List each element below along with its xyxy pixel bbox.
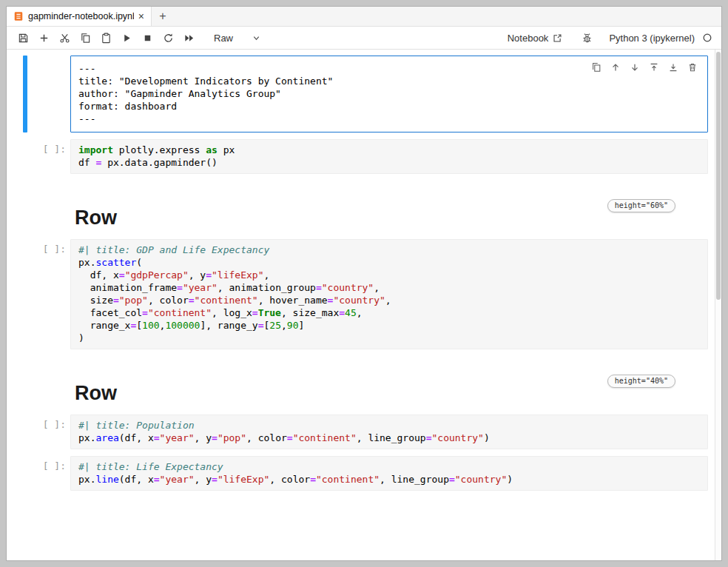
code-token: , xyxy=(385,295,391,306)
code-token: ) xyxy=(507,474,513,485)
code-line: px.line(df, x="year", y="lifeExp", color… xyxy=(78,473,700,486)
notebook-file-icon xyxy=(13,11,24,21)
insert-cell-button[interactable] xyxy=(33,29,54,47)
cell-collapser[interactable] xyxy=(23,56,27,132)
paste-cells-button[interactable] xyxy=(95,29,116,47)
cell-prompt: [ ]: xyxy=(23,239,70,255)
code-token: "pop" xyxy=(218,432,246,443)
cell-prompt: [ ]: xyxy=(23,415,70,430)
code-token: "continent" xyxy=(148,307,212,318)
save-button[interactable] xyxy=(13,29,33,47)
notebook-scrollbar[interactable] xyxy=(715,50,721,560)
code-token: "year" xyxy=(183,282,218,293)
move-cell-down-button[interactable] xyxy=(628,61,641,74)
code-content: #| title: Life Expectancypx.line(df, x="… xyxy=(78,460,700,486)
code-token: "country" xyxy=(455,474,507,485)
code-token: #| title: GDP and Life Expectancy xyxy=(78,244,269,255)
code-token: px. xyxy=(78,257,95,268)
run-cell-button[interactable] xyxy=(116,29,137,47)
delete-cell-button[interactable] xyxy=(686,61,699,74)
markdown-cell[interactable]: Row height="60%" xyxy=(23,199,708,229)
code-token: = xyxy=(212,432,218,443)
notebook-mode-button[interactable]: Notebook xyxy=(508,33,563,44)
code-line: title: "Development Indicators by Contin… xyxy=(78,75,700,87)
code-token: = xyxy=(449,474,455,485)
restart-icon xyxy=(163,33,174,44)
code-token: df xyxy=(78,157,95,168)
code-editor[interactable]: #| title: Populationpx.area(df, x="year"… xyxy=(70,415,708,449)
code-token: "continent" xyxy=(195,295,258,306)
code-token: , y xyxy=(195,432,212,443)
code-token: , xyxy=(281,320,287,331)
code-line: ) xyxy=(78,332,700,344)
code-editor[interactable]: import plotly.express as pxdf = px.data.… xyxy=(70,139,708,174)
code-line: animation_frame="year", animation_group=… xyxy=(78,281,700,294)
section-heading: Row xyxy=(75,382,607,404)
arrow-down-icon xyxy=(630,62,640,73)
code-cell[interactable]: [ ]: #| title: Populationpx.area(df, x="… xyxy=(23,415,708,449)
cell-type-dropdown[interactable]: Raw xyxy=(209,31,265,45)
markdown-cell[interactable]: Row height="40%" xyxy=(23,375,708,404)
code-line: size="pop", color="continent", hover_nam… xyxy=(78,294,700,306)
tab-close-icon[interactable]: × xyxy=(138,11,144,21)
code-editor[interactable]: #| title: Life Expectancypx.line(df, x="… xyxy=(70,456,708,491)
code-token: , size_max xyxy=(281,307,339,318)
code-token: = xyxy=(142,307,148,318)
notebook-cells: ---title: "Development Indicators by Con… xyxy=(23,56,708,491)
cell-collapser[interactable] xyxy=(23,139,27,174)
tab-gapminder-notebook[interactable]: gapminder-notebook.ipynb × xyxy=(7,7,152,26)
code-token: author: "Gapminder Analytics Group" xyxy=(78,88,281,99)
fast-forward-icon xyxy=(183,33,195,44)
code-token: , y xyxy=(195,474,212,485)
code-token: , line_group xyxy=(357,432,426,443)
cell-type-value: Raw xyxy=(214,33,233,44)
code-token: = xyxy=(154,474,160,485)
code-token: = xyxy=(154,432,160,443)
restart-kernel-button[interactable] xyxy=(158,29,178,47)
code-line: px.area(df, x="year", y="pop", color="co… xyxy=(78,432,700,444)
kernel-name[interactable]: Python 3 (ipykernel) xyxy=(609,33,695,44)
code-token: plotly.express xyxy=(113,144,206,155)
copy-cells-button[interactable] xyxy=(75,29,95,47)
cell-collapser[interactable] xyxy=(23,375,27,404)
code-token: = xyxy=(177,282,183,293)
code-token: = xyxy=(287,432,293,443)
height-attribute-badge: height="40%" xyxy=(607,375,675,388)
insert-cell-below-button[interactable] xyxy=(667,61,680,74)
restart-run-all-button[interactable] xyxy=(178,29,199,47)
code-token: ( xyxy=(136,257,142,268)
stop-icon xyxy=(142,33,153,44)
cell-collapser[interactable] xyxy=(23,239,27,349)
plus-icon xyxy=(38,33,50,44)
code-token: scatter xyxy=(95,257,136,268)
new-tab-button[interactable]: + xyxy=(152,7,174,26)
interrupt-kernel-button[interactable] xyxy=(137,29,158,47)
cell-collapser[interactable] xyxy=(23,456,27,491)
code-cell[interactable]: [ ]: #| title: GDP and Life Expectancypx… xyxy=(23,239,708,349)
scrollbar-thumb[interactable] xyxy=(716,52,721,300)
code-token: title: "Development Indicators by Contin… xyxy=(78,76,333,87)
cell-toolbar xyxy=(590,61,699,74)
code-cell[interactable]: [ ]: import plotly.express as pxdf = px.… xyxy=(23,139,708,174)
cell-collapser[interactable] xyxy=(23,415,27,449)
cut-cells-button[interactable] xyxy=(54,29,75,47)
code-token: , xyxy=(357,307,363,318)
code-token: True xyxy=(258,307,281,318)
cell-collapser[interactable] xyxy=(23,199,27,229)
duplicate-cell-button[interactable] xyxy=(590,61,603,74)
code-token: = xyxy=(206,269,212,281)
code-token: "year" xyxy=(160,432,195,443)
code-editor[interactable]: #| title: GDP and Life Expectancypx.scat… xyxy=(70,239,708,349)
debugger-button[interactable] xyxy=(582,33,593,44)
insert-cell-above-button[interactable] xyxy=(647,61,661,74)
code-line: author: "Gapminder Analytics Group" xyxy=(78,87,700,100)
move-cell-up-button[interactable] xyxy=(609,61,622,74)
raw-cell[interactable]: ---title: "Development Indicators by Con… xyxy=(23,56,708,132)
height-attribute-badge: height="60%" xyxy=(607,199,675,212)
cell-gutter: [ ]: xyxy=(23,139,70,174)
duplicate-icon xyxy=(591,62,601,73)
code-token: ], range_y xyxy=(200,320,257,331)
code-line: #| title: GDP and Life Expectancy xyxy=(78,244,700,256)
code-token: "country" xyxy=(431,432,483,443)
code-cell[interactable]: [ ]: #| title: Life Expectancypx.line(df… xyxy=(23,456,708,491)
